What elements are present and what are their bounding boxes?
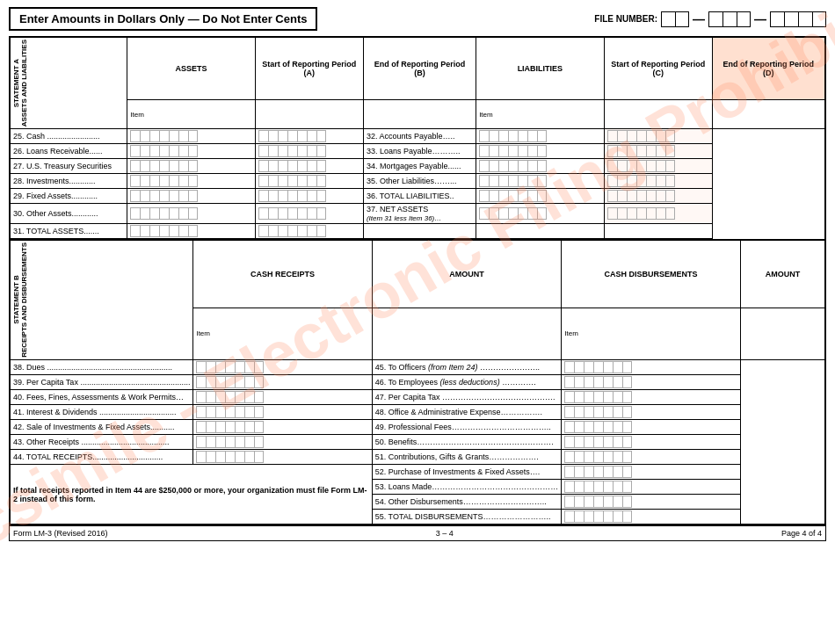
receipt-amount-input[interactable] [193, 390, 372, 405]
input-box[interactable] [603, 451, 613, 463]
input-box[interactable] [627, 130, 636, 142]
input-box[interactable] [206, 361, 215, 373]
disb-amount-input[interactable] [562, 480, 741, 495]
input-box[interactable] [498, 207, 508, 220]
asset-start-input[interactable] [127, 204, 256, 224]
liab-start-input[interactable] [476, 129, 605, 144]
input-box[interactable] [316, 225, 326, 237]
input-box[interactable] [287, 225, 297, 237]
file-cell[interactable] [661, 11, 675, 27]
input-box[interactable] [196, 451, 206, 463]
input-box[interactable] [537, 160, 547, 172]
input-box[interactable] [665, 160, 675, 172]
input-box[interactable] [607, 160, 617, 172]
input-box[interactable] [130, 175, 140, 187]
input-box[interactable] [178, 225, 188, 237]
input-box[interactable] [244, 406, 254, 418]
input-box[interactable] [159, 175, 169, 187]
input-box[interactable] [225, 406, 235, 418]
input-box[interactable] [584, 466, 593, 478]
input-box[interactable] [498, 190, 508, 202]
liab-end-input[interactable] [604, 144, 712, 159]
input-box[interactable] [278, 145, 287, 157]
input-box[interactable] [316, 207, 326, 220]
input-box[interactable] [564, 421, 574, 433]
input-box[interactable] [574, 436, 584, 448]
input-box[interactable] [140, 145, 149, 157]
disb-amount-input[interactable] [562, 360, 741, 375]
input-box[interactable] [225, 361, 235, 373]
input-box[interactable] [479, 207, 489, 220]
input-box[interactable] [258, 175, 268, 187]
input-box[interactable] [665, 175, 675, 187]
input-box[interactable] [244, 361, 254, 373]
input-box[interactable] [178, 145, 188, 157]
input-box[interactable] [235, 361, 244, 373]
input-box[interactable] [215, 451, 225, 463]
input-box[interactable] [613, 376, 622, 388]
input-box[interactable] [613, 361, 622, 373]
input-box[interactable] [584, 406, 593, 418]
input-box[interactable] [215, 391, 225, 403]
input-box[interactable] [607, 145, 617, 157]
input-box[interactable] [574, 361, 584, 373]
input-box[interactable] [316, 175, 326, 187]
input-box[interactable] [489, 160, 498, 172]
input-box[interactable] [225, 451, 235, 463]
asset-end-input[interactable] [255, 174, 363, 189]
input-box[interactable] [498, 160, 508, 172]
input-box[interactable] [527, 190, 537, 202]
input-box[interactable] [489, 145, 498, 157]
asset-start-input[interactable] [127, 189, 256, 204]
input-box[interactable] [593, 451, 603, 463]
input-box[interactable] [258, 160, 268, 172]
input-box[interactable] [564, 436, 574, 448]
input-box[interactable] [593, 376, 603, 388]
input-box[interactable] [498, 175, 508, 187]
input-box[interactable] [508, 175, 518, 187]
input-box[interactable] [498, 145, 508, 157]
input-box[interactable] [607, 207, 617, 220]
input-box[interactable] [518, 145, 527, 157]
input-box[interactable] [479, 145, 489, 157]
input-box[interactable] [254, 406, 264, 418]
input-box[interactable] [646, 190, 656, 202]
input-box[interactable] [297, 160, 307, 172]
input-box[interactable] [584, 451, 593, 463]
liab-start-input[interactable] [476, 144, 605, 159]
input-box[interactable] [593, 406, 603, 418]
input-box[interactable] [489, 130, 498, 142]
input-box[interactable] [564, 406, 574, 418]
input-box[interactable] [593, 510, 603, 523]
input-box[interactable] [537, 145, 547, 157]
input-box[interactable] [287, 175, 297, 187]
input-box[interactable] [287, 160, 297, 172]
input-box[interactable] [178, 175, 188, 187]
input-box[interactable] [627, 145, 636, 157]
input-box[interactable] [636, 207, 646, 220]
input-box[interactable] [178, 130, 188, 142]
input-box[interactable] [297, 225, 307, 237]
input-box[interactable] [188, 175, 198, 187]
asset-end-input[interactable] [255, 144, 363, 159]
input-box[interactable] [564, 466, 574, 478]
asset-end-input[interactable] [255, 224, 363, 239]
input-box[interactable] [225, 436, 235, 448]
input-box[interactable] [149, 175, 159, 187]
disb-amount-input[interactable] [562, 390, 741, 405]
input-box[interactable] [518, 130, 527, 142]
input-box[interactable] [613, 466, 622, 478]
input-box[interactable] [489, 207, 498, 220]
input-box[interactable] [307, 160, 316, 172]
input-box[interactable] [574, 406, 584, 418]
input-box[interactable] [244, 421, 254, 433]
input-box[interactable] [297, 207, 307, 220]
input-box[interactable] [537, 207, 547, 220]
input-box[interactable] [254, 421, 264, 433]
liab-start-input[interactable] [476, 204, 605, 224]
input-box[interactable] [244, 436, 254, 448]
input-box[interactable] [258, 225, 268, 237]
input-box[interactable] [254, 391, 264, 403]
input-box[interactable] [574, 376, 584, 388]
input-box[interactable] [149, 207, 159, 220]
